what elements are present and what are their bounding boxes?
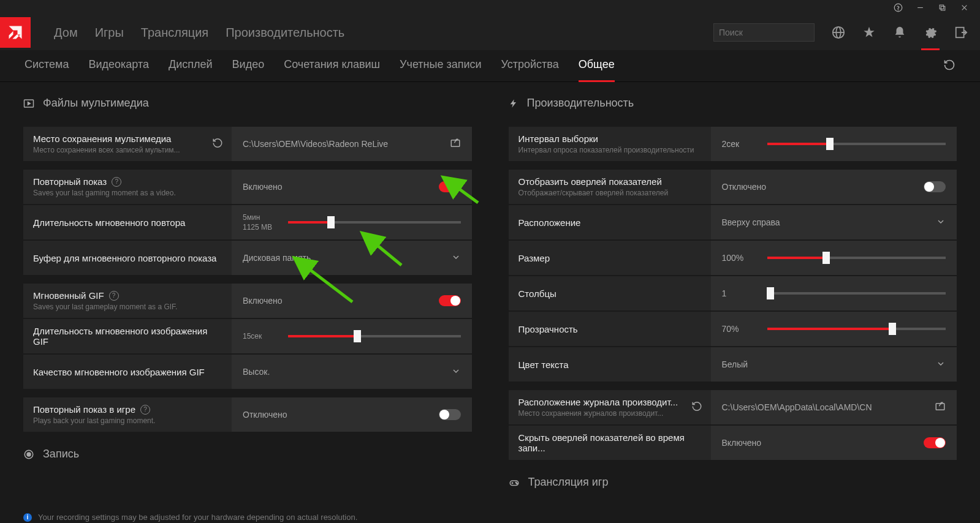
section-media-header: Файлы мультимедиа	[23, 97, 472, 110]
row-opacity: Прозрачность 70%	[509, 312, 957, 346]
size-slider[interactable]	[767, 257, 946, 259]
replay-toggle[interactable]	[439, 181, 461, 192]
row-gif-quality: Качество мгновенного изображения GIF Выс…	[23, 355, 472, 389]
exit-icon[interactable]	[954, 26, 968, 39]
hideoverlay-title: Скрыть оверлей показателей во время запи…	[518, 432, 701, 453]
gif-dur-slider[interactable]	[288, 335, 461, 337]
reset-icon[interactable]	[212, 138, 223, 151]
replay-dur-title: Длительность мгновенного повтора	[33, 217, 222, 228]
sub-nav: Система Видеокарта Дисплей Видео Сочетан…	[0, 50, 980, 82]
position-value: Вверху справа	[722, 217, 936, 227]
help-icon[interactable]: ?	[112, 177, 121, 187]
replay-dur-size: 1125 MB	[243, 223, 279, 231]
save-location-value-cell[interactable]: C:\Users\OEM\Videos\Radeon ReLive	[232, 127, 472, 161]
reset-icon[interactable]	[691, 401, 702, 414]
opacity-slider[interactable]	[767, 328, 946, 330]
chevron-down-icon	[451, 366, 461, 378]
interval-value: 2сек	[722, 139, 759, 149]
gif-value: Включено	[243, 296, 439, 306]
revert-icon[interactable]	[943, 59, 955, 73]
interval-slider[interactable]	[767, 143, 946, 145]
overlay-sub: Отображает/скрывает оверлей показателей	[518, 189, 701, 197]
top-nav: Дом Игры Трансляция Производительность	[0, 15, 980, 50]
buffer-title: Буфер для мгновенного повторного показа	[33, 253, 222, 263]
open-folder-icon[interactable]	[935, 401, 946, 414]
search-input[interactable]	[719, 28, 826, 37]
tab-system[interactable]: Система	[25, 58, 69, 73]
bell-icon[interactable]	[893, 26, 906, 39]
svg-point-1	[898, 9, 898, 10]
gif-q-value: Высок.	[243, 367, 451, 377]
tab-gpu[interactable]: Видеокарта	[89, 58, 150, 73]
section-media-title: Файлы мультимедиа	[43, 97, 149, 110]
gif-toggle[interactable]	[439, 295, 461, 306]
save-location-value: C:\Users\OEM\Videos\Radeon ReLive	[243, 139, 450, 149]
amd-logo[interactable]	[0, 17, 31, 48]
tab-display[interactable]: Дисплей	[169, 58, 213, 73]
hideoverlay-toggle[interactable]	[924, 437, 946, 448]
replay-dur-value: 5мин	[243, 213, 279, 222]
tab-hotkeys[interactable]: Сочетания клавиш	[284, 58, 380, 73]
titlebar	[0, 0, 980, 15]
section-perf-title: Производительность	[527, 97, 634, 110]
loglocation-cell[interactable]: C:\Users\OEM\AppData\Local\AMD\CN	[711, 390, 957, 424]
section-record-header: Запись	[23, 448, 472, 461]
textcolor-dropdown[interactable]: Белый	[711, 347, 957, 382]
tab-devices[interactable]: Устройства	[501, 58, 559, 73]
textcolor-value: Белый	[722, 359, 936, 369]
close-icon[interactable]	[959, 2, 969, 12]
replay-dur-slider[interactable]	[288, 221, 461, 224]
nav-home[interactable]: Дом	[54, 26, 78, 40]
gif-q-title: Качество мгновенного изображения GIF	[33, 367, 222, 377]
info-icon: i	[23, 513, 32, 522]
tab-general[interactable]: Общее	[579, 58, 615, 73]
opacity-value: 70%	[722, 324, 759, 334]
help-icon[interactable]: ?	[140, 405, 150, 415]
gear-icon[interactable]	[924, 26, 937, 39]
position-title: Расположение	[518, 217, 701, 228]
gif-dur-value: 15сек	[243, 332, 279, 341]
position-dropdown[interactable]: Вверху справа	[711, 205, 957, 239]
size-title: Размер	[518, 253, 701, 263]
columns-title: Столбцы	[518, 288, 701, 299]
replay-sub: Saves your last gaming moment as a video…	[33, 189, 222, 197]
gif-q-dropdown[interactable]: Высок.	[232, 355, 472, 389]
loglocation-value: C:\Users\OEM\AppData\Local\AMD\CN	[722, 402, 935, 412]
tab-accounts[interactable]: Учетные записи	[400, 58, 481, 73]
nav-games[interactable]: Игры	[95, 26, 124, 40]
ingame-toggle[interactable]	[439, 409, 461, 420]
minimize-icon[interactable]	[915, 2, 925, 12]
open-folder-icon[interactable]	[450, 138, 461, 151]
chevron-down-icon	[451, 252, 461, 264]
replay-value: Включено	[243, 182, 439, 192]
section-gamestream-header: Трансляция игр	[509, 476, 957, 489]
row-gif-duration: Длительность мгновенного изображения GIF…	[23, 319, 472, 353]
footer-message: Your recording settings may be adjusted …	[38, 513, 357, 522]
opacity-title: Прозрачность	[518, 324, 701, 334]
overlay-title: Отобразить оверлей показателей	[518, 176, 701, 187]
hideoverlay-value: Включено	[722, 438, 924, 448]
save-location-title: Место сохранения мультимедиа	[33, 134, 202, 144]
svg-rect-3	[940, 5, 944, 9]
nav-perf[interactable]: Производительность	[226, 26, 344, 40]
star-icon[interactable]	[862, 26, 876, 39]
maximize-icon[interactable]	[937, 2, 947, 12]
buffer-dropdown[interactable]: Дисковая память	[232, 241, 472, 275]
overlay-toggle[interactable]	[924, 181, 946, 192]
replay-title: Повторный показ?	[33, 176, 222, 187]
nav-stream[interactable]: Трансляция	[141, 26, 208, 40]
gif-dur-title: Длительность мгновенного изображения GIF	[33, 326, 222, 347]
globe-icon[interactable]	[832, 26, 845, 39]
ingame-sub: Plays back your last gaming moment.	[33, 416, 222, 425]
footer-info: i Your recording settings may be adjuste…	[23, 513, 357, 522]
search-box[interactable]	[713, 23, 815, 42]
row-gif: Мгновенный GIF? Saves your last gameplay…	[23, 284, 472, 318]
row-replay-duration: Длительность мгновенного повтора 5мин 11…	[23, 205, 472, 239]
tab-video[interactable]: Видео	[232, 58, 265, 73]
columns-slider[interactable]	[767, 292, 946, 295]
row-textcolor: Цвет текста Белый	[509, 347, 957, 382]
help-icon[interactable]: ?	[109, 291, 119, 301]
help-icon[interactable]	[893, 2, 903, 12]
col-performance: Производительность Интервал выборки Инте…	[509, 97, 957, 506]
row-size: Размер 100%	[509, 241, 957, 275]
